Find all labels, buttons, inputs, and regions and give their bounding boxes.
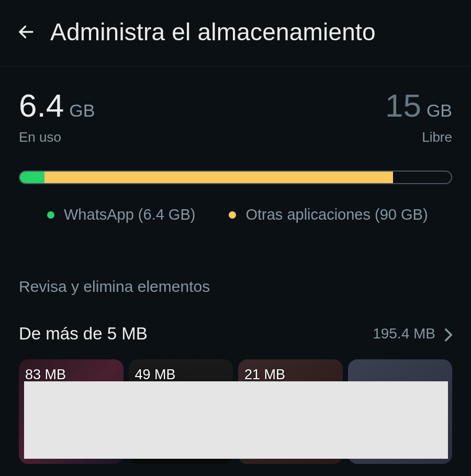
storage-free-value: 15 bbox=[385, 89, 421, 122]
storage-used-value: 6.4 bbox=[19, 89, 64, 122]
storage-used-unit: GB bbox=[69, 100, 95, 121]
storage-free-label: Libre bbox=[385, 129, 452, 145]
content-overlay bbox=[24, 381, 448, 459]
storage-legend: WhatsApp (6.4 GB) Otras aplicaciones (90… bbox=[19, 206, 452, 223]
storage-free-unit: GB bbox=[427, 100, 452, 121]
storage-bar bbox=[19, 171, 452, 184]
review-title: Revisa y elimina elementos bbox=[19, 278, 452, 296]
page-title: Administra el almacenamiento bbox=[50, 18, 376, 46]
legend-other-label: Otras aplicaciones (90 GB) bbox=[245, 206, 428, 223]
thumb-size: 83 MB bbox=[25, 367, 66, 383]
storage-used-label: En uso bbox=[19, 129, 95, 145]
storage-bar-other bbox=[44, 172, 393, 183]
legend-whatsapp: WhatsApp (6.4 GB) bbox=[47, 206, 195, 223]
category-total-size: 195.4 MB bbox=[373, 325, 435, 342]
category-title: De más de 5 MB bbox=[19, 324, 148, 344]
thumb-size: 21 MB bbox=[244, 367, 285, 383]
thumbnails-row: 83 MB 49 MB 21 MB +4 bbox=[19, 359, 452, 464]
storage-used: 6.4 GB En uso bbox=[19, 89, 95, 145]
storage-free: 15 GB Libre bbox=[385, 89, 452, 145]
legend-dot-yellow-icon bbox=[229, 211, 236, 219]
category-size-wrap: 195.4 MB bbox=[373, 325, 452, 342]
header: Administra el almacenamiento bbox=[0, 0, 471, 66]
category-large-files[interactable]: De más de 5 MB 195.4 MB bbox=[19, 324, 452, 344]
storage-summary: 6.4 GB En uso 15 GB Libre WhatsApp (6.4 … bbox=[0, 66, 471, 248]
review-section: Revisa y elimina elementos De más de 5 M… bbox=[0, 248, 471, 464]
legend-whatsapp-label: WhatsApp (6.4 GB) bbox=[64, 206, 195, 223]
storage-values-row: 6.4 GB En uso 15 GB Libre bbox=[19, 89, 452, 145]
back-arrow-icon[interactable] bbox=[17, 22, 36, 41]
chevron-right-icon bbox=[445, 328, 452, 339]
storage-bar-whatsapp bbox=[20, 172, 44, 183]
legend-dot-green-icon bbox=[47, 211, 54, 219]
legend-other: Otras aplicaciones (90 GB) bbox=[229, 206, 428, 223]
thumb-size: 49 MB bbox=[135, 367, 176, 383]
